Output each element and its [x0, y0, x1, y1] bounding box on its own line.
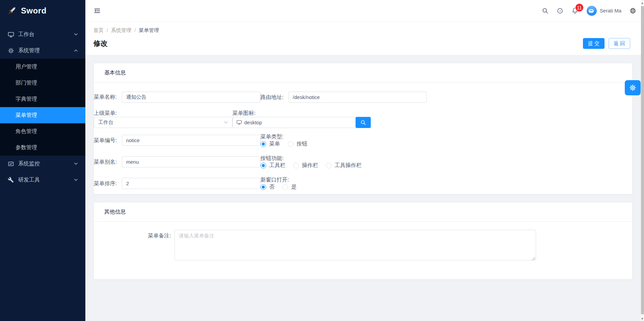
- menu-icon-input[interactable]: desktop: [232, 117, 355, 128]
- system-management-submenu: 用户管理 部门管理 字典管理 菜单管理 角色管理 参数管理: [0, 59, 85, 156]
- menu-code-label: 菜单编号:: [94, 137, 120, 143]
- radio-unselected-icon: [293, 163, 299, 168]
- sidebar-item-label: 研发工具: [18, 176, 40, 184]
- sword-logo-icon: [7, 6, 17, 16]
- breadcrumb-separator: /: [107, 27, 108, 34]
- other-info-card-header: 其他信息: [94, 202, 632, 222]
- app-title: Sword: [21, 6, 47, 15]
- breadcrumb-separator: /: [134, 27, 136, 34]
- remark-textarea[interactable]: [174, 230, 536, 260]
- sidebar-item-department-management[interactable]: 部门管理: [0, 75, 85, 91]
- back-button[interactable]: 返 回: [609, 38, 630, 49]
- chevron-down-icon: [74, 162, 78, 166]
- sidebar-item-system-management[interactable]: 系统管理: [0, 42, 85, 59]
- radio-unselected-icon: [288, 141, 293, 147]
- page-title: 修改: [93, 39, 108, 48]
- radio-selected-icon: [260, 141, 266, 147]
- icon-search-button[interactable]: [356, 117, 371, 128]
- notification-badge: 11: [575, 3, 584, 12]
- sidebar-item-system-monitor[interactable]: 系统监控: [0, 156, 85, 172]
- section-title: 基本信息: [104, 69, 126, 76]
- user-menu[interactable]: Serati Ma: [587, 6, 621, 16]
- sidebar-item-parameter-management[interactable]: 参数管理: [0, 139, 85, 156]
- basic-info-card: 基本信息 菜单名称: 路由地址: 上级菜单: 工作台: [93, 63, 633, 194]
- sidebar-item-label: 系统管理: [18, 47, 40, 54]
- submit-button[interactable]: 提 交: [583, 38, 605, 49]
- sidebar-item-label: 系统监控: [18, 160, 40, 167]
- sidebar: Sword 工作台 系统管理 用户管理 部门管理 字典管理 菜单管理: [0, 0, 85, 321]
- user-name: Serati Ma: [600, 8, 621, 13]
- button-func-radio-group: 工具栏 操作栏 工具操作栏: [260, 162, 362, 169]
- radio-option-tool-action-bar[interactable]: 工具操作栏: [326, 162, 362, 169]
- menu-sort-label: 菜单排序:: [94, 181, 120, 186]
- scrollbar-thumb[interactable]: [641, 6, 644, 314]
- sidebar-item-dev-tools[interactable]: 研发工具: [0, 172, 85, 188]
- menu-name-input[interactable]: [122, 92, 260, 103]
- svg-text:?: ?: [559, 9, 561, 12]
- breadcrumb-current: 菜单管理: [139, 27, 159, 34]
- help-icon[interactable]: ?: [557, 7, 563, 14]
- language-globe-icon[interactable]: [629, 7, 636, 14]
- sidebar-collapse-button[interactable]: [93, 7, 101, 14]
- breadcrumb-home[interactable]: 首页: [93, 27, 104, 34]
- breadcrumb-system-management[interactable]: 系统管理: [111, 27, 131, 34]
- parent-menu-select[interactable]: 工作台: [94, 117, 232, 128]
- sidebar-item-label: 工作台: [18, 31, 34, 38]
- radio-option-action-bar[interactable]: 操作栏: [293, 162, 318, 169]
- menu-name-label: 菜单名称:: [94, 94, 120, 100]
- breadcrumb: 首页 / 系统管理 / 菜单管理: [93, 27, 630, 34]
- sidebar-item-user-management[interactable]: 用户管理: [0, 59, 85, 75]
- avatar: [587, 6, 597, 16]
- radio-option-yes[interactable]: 是: [282, 184, 297, 191]
- radio-selected-icon: [260, 163, 266, 168]
- sidebar-item-workbench[interactable]: 工作台: [0, 26, 85, 42]
- sidebar-item-dictionary-management[interactable]: 字典管理: [0, 91, 85, 107]
- notification-bell-icon[interactable]: 11: [571, 7, 579, 14]
- topbar-actions: ? 11 Serati Ma: [542, 6, 636, 16]
- wrench-icon: [7, 176, 14, 183]
- chevron-down-icon: [74, 178, 78, 182]
- remark-label: 菜单备注:: [94, 230, 174, 262]
- sidebar-menu: 工作台 系统管理 用户管理 部门管理 字典管理 菜单管理 角色管理 参数管理: [0, 22, 85, 188]
- chevron-up-icon: [74, 49, 78, 53]
- section-title: 其他信息: [104, 208, 126, 216]
- menu-icon-label: 菜单图标:: [232, 110, 259, 116]
- monitor-chart-icon: [7, 160, 14, 167]
- radio-option-no[interactable]: 否: [260, 184, 275, 191]
- button-func-label: 按钮功能:: [260, 155, 287, 161]
- menu-alias-input[interactable]: [122, 156, 260, 167]
- new-window-label: 新窗口打开:: [260, 177, 292, 183]
- gear-icon: [7, 47, 14, 54]
- other-info-card: 其他信息 菜单备注:: [93, 202, 633, 280]
- scrollbar-up-arrow[interactable]: [641, 2, 643, 4]
- sidebar-item-role-management[interactable]: 角色管理: [0, 123, 85, 139]
- parent-menu-label: 上级菜单:: [94, 110, 120, 116]
- page-scrollbar[interactable]: [641, 0, 644, 321]
- menu-type-radio-group: 菜单 按钮: [260, 140, 307, 148]
- parent-menu-value: 工作台: [98, 119, 113, 126]
- chevron-down-icon: [224, 120, 228, 125]
- search-icon[interactable]: [542, 7, 549, 14]
- app-logo[interactable]: Sword: [0, 0, 85, 22]
- theme-settings-button[interactable]: [625, 80, 641, 95]
- menu-icon-value: desktop: [244, 120, 262, 125]
- sidebar-item-menu-management[interactable]: 菜单管理: [0, 107, 85, 123]
- route-input[interactable]: [288, 92, 427, 103]
- menu-sort-input[interactable]: [122, 178, 260, 189]
- topbar: ? 11 Serati Ma: [85, 0, 641, 22]
- page-header: 首页 / 系统管理 / 菜单管理 修改 提 交 返 回: [85, 22, 641, 55]
- route-label: 路由地址:: [260, 94, 287, 100]
- scrollbar-down-arrow[interactable]: [641, 318, 643, 320]
- radio-option-toolbar[interactable]: 工具栏: [260, 162, 285, 169]
- gear-icon: [629, 84, 637, 92]
- radio-option-menu[interactable]: 菜单: [260, 140, 280, 148]
- chevron-down-icon: [74, 32, 78, 36]
- menu-code-input[interactable]: [122, 135, 260, 146]
- menu-type-label: 菜单类型:: [260, 134, 287, 139]
- desktop-icon: [7, 31, 14, 38]
- new-window-radio-group: 否 是: [260, 184, 297, 191]
- radio-option-button[interactable]: 按钮: [288, 140, 307, 148]
- radio-unselected-icon: [282, 184, 288, 190]
- search-icon: [360, 120, 366, 125]
- radio-selected-icon: [260, 184, 266, 190]
